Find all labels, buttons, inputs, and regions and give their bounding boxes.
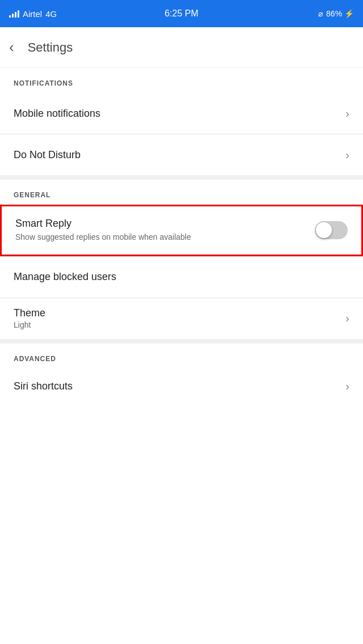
section-label-advanced: ADVANCED — [0, 344, 363, 368]
section-label-general: GENERAL — [0, 180, 363, 205]
mobile-notifications-chevron-icon: › — [345, 107, 349, 120]
status-bar: Airtel 4G 6:25 PM ⌀ 86% ⚡ — [0, 0, 363, 27]
network-label: 4G — [45, 9, 57, 19]
status-time: 6:25 PM — [164, 9, 199, 19]
theme-row[interactable]: Theme Light › — [0, 298, 363, 339]
siri-shortcuts-row[interactable]: Siri shortcuts › — [0, 368, 363, 404]
mobile-notifications-label: Mobile notifications — [14, 108, 100, 120]
siri-shortcuts-label: Siri shortcuts — [14, 380, 73, 392]
back-button[interactable]: ‹ — [9, 39, 14, 56]
header: ‹ Settings — [0, 27, 363, 68]
manage-blocked-users-label: Manage blocked users — [14, 271, 116, 283]
do-not-disturb-row[interactable]: Do Not Disturb › — [0, 134, 363, 175]
section-divider-1 — [0, 175, 363, 180]
manage-blocked-users-row[interactable]: Manage blocked users — [0, 257, 363, 298]
carrier-label: Airtel — [23, 9, 42, 19]
status-left: Airtel 4G — [9, 9, 57, 19]
theme-text-block: Theme Light — [14, 307, 45, 329]
status-right: ⌀ 86% ⚡ — [318, 9, 354, 18]
battery-label: 86% ⚡ — [326, 9, 354, 18]
smart-reply-title: Smart Reply — [15, 218, 306, 230]
signal-bars-icon — [9, 10, 19, 18]
do-not-disturb-label: Do Not Disturb — [14, 149, 81, 161]
mobile-notifications-row[interactable]: Mobile notifications › — [0, 93, 363, 134]
smart-reply-row[interactable]: Smart Reply Show suggested replies on mo… — [0, 205, 363, 256]
smart-reply-subtitle: Show suggested replies on mobile when av… — [15, 232, 306, 243]
theme-value: Light — [14, 320, 45, 329]
theme-label: Theme — [14, 307, 45, 319]
theme-chevron-icon: › — [345, 312, 349, 325]
do-not-disturb-chevron-icon: › — [345, 149, 349, 162]
smart-reply-toggle[interactable] — [315, 221, 348, 239]
section-divider-2 — [0, 339, 363, 344]
smart-reply-text-block: Smart Reply Show suggested replies on mo… — [15, 218, 315, 243]
siri-shortcuts-chevron-icon: › — [345, 380, 349, 393]
headphones-icon: ⌀ — [318, 9, 323, 18]
section-label-notifications: NOTIFICATIONS — [0, 68, 363, 93]
page-title: Settings — [28, 40, 73, 55]
